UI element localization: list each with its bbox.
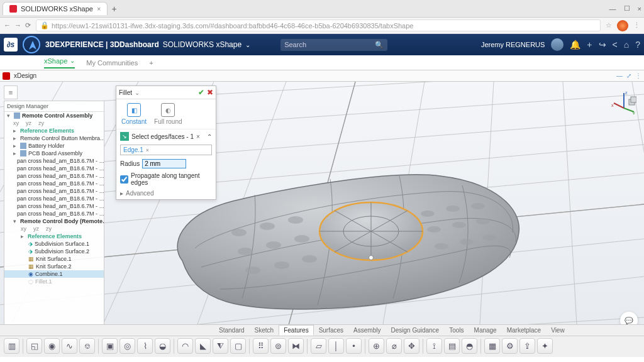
tool-new[interactable]: ▥ [4,338,19,354]
search-input[interactable]: Search 🔍 [280,39,387,51]
new-tab-button[interactable]: + [111,4,116,14]
tool-export[interactable]: ⇪ [519,338,535,354]
clear-selection-icon[interactable]: × [196,133,200,140]
compass-icon[interactable] [23,36,40,53]
ribbon-tab-tools[interactable]: Tools [444,325,469,336]
ds-logo[interactable]: ∂s [4,38,18,52]
tool-mirror[interactable]: ⧓ [288,338,304,354]
tab-favicon [9,5,17,13]
help-icon[interactable]: ? [635,40,640,50]
radius-label: Radius [120,160,140,167]
xdesign-label: xDesign [14,72,36,79]
tool-plane[interactable]: ▱ [311,338,326,354]
design-tree[interactable]: ▾Remote Control Assembly xy yz zy ▸Refer… [4,112,104,351]
chip-remove-icon[interactable]: × [146,147,149,153]
reload-icon[interactable]: ⟳ [25,21,31,30]
radius-input[interactable] [142,159,186,168]
fillet-dropdown-icon[interactable]: ⌄ [135,89,140,96]
confirm-button[interactable]: ✔ [198,88,204,97]
tool-revolve[interactable]: ◉ [44,338,60,354]
selected-edge-chip[interactable]: Edge.1× [120,145,212,155]
svg-rect-55 [631,97,636,102]
user-avatar[interactable] [551,38,564,51]
minimize-panel-icon[interactable]: — [616,72,623,79]
close-tab-icon[interactable]: × [97,5,101,13]
ribbon-tab-marketplace[interactable]: Marketplace [502,325,546,336]
ribbon-tab-view[interactable]: View [546,325,570,336]
tool-fillet[interactable]: ◠ [177,338,193,354]
tab-add[interactable]: + [149,59,153,67]
tool-cut-revolve[interactable]: ◎ [119,338,135,354]
tab-my-communities[interactable]: My Communities [86,59,138,67]
ribbon-tab-sketch[interactable]: Sketch [250,325,279,336]
app-name: SOLIDWORKS xShape [163,40,242,49]
tool-extrude[interactable]: ◱ [26,338,42,354]
url-input[interactable]: 🔒 https://euw1-21swi10131-ifwe.3dx-stagi… [36,19,601,31]
tool-cut-extrude[interactable]: ▣ [102,338,118,354]
home-icon[interactable]: ⌂ [624,40,629,50]
tool-appearance[interactable]: ◓ [462,338,477,354]
ribbon-tab-strip: Standard Sketch Features Surfaces Assemb… [0,325,644,336]
grip-icon[interactable]: ⋮ [635,72,641,79]
tool-shell[interactable]: ▢ [230,338,246,354]
tool-axis[interactable]: │ [328,338,344,354]
share-pane-icon[interactable]: ↪ [599,40,606,50]
tool-point[interactable]: • [346,338,362,354]
ribbon-tab-assembly[interactable]: Assembly [348,325,386,336]
ribbon-tab-standard[interactable]: Standard [214,325,250,336]
tool-loft[interactable]: ⎊ [79,338,95,354]
tool-move[interactable]: ✥ [404,338,419,354]
tab-title: SOLIDWORKS xShape [21,5,93,13]
ribbon-tab-features[interactable]: Features [279,325,313,336]
tool-cut-sweep[interactable]: ⌇ [137,338,153,354]
tool-material[interactable]: ▦ [484,338,500,354]
tool-circular-pattern[interactable]: ⊚ [270,338,286,354]
tool-chamfer[interactable]: ◣ [195,338,211,354]
viewport[interactable]: ≡ Design Manager ▾Remote Control Assembl… [0,82,644,357]
tool-hole[interactable]: ◒ [155,338,170,354]
expand-panel-icon[interactable]: ⤢ [626,72,631,79]
tool-linear-pattern[interactable]: ⠿ [253,338,269,354]
tool-section[interactable]: ▤ [444,338,460,354]
tool-properties[interactable]: ⚙ [502,338,518,354]
tool-draft[interactable]: ⧨ [213,338,228,354]
ribbon-tab-design-guidance[interactable]: Design Guidance [386,325,444,336]
close-window-icon[interactable]: × [638,5,641,13]
tool-sweep[interactable]: ∿ [62,338,77,354]
tool-measure[interactable]: ⟟ [426,338,442,354]
fillet-selection-header[interactable]: ↘ Select edges/faces - 1 × ⌃ [116,129,216,143]
advanced-toggle[interactable]: ▸Advanced [116,187,216,199]
fillet-type-constant[interactable]: ◧ Constant [121,103,147,125]
cancel-button[interactable]: ✖ [207,88,213,97]
tree-item-combine[interactable]: ◉Combine.1 [4,270,104,278]
minimize-icon[interactable]: — [609,5,616,13]
add-icon[interactable]: + [587,40,592,50]
browser-menu-icon[interactable]: ⋮ [633,21,640,30]
tool-split[interactable]: ⌀ [386,338,402,354]
ribbon-tab-surfaces[interactable]: Surfaces [314,325,348,336]
svg-point-27 [294,235,309,243]
svg-point-36 [476,218,490,224]
tab-xshape[interactable]: xShape⌄ [44,57,75,69]
app-switcher-icon[interactable]: ⌄ [245,41,250,48]
maximize-icon[interactable]: ☐ [624,4,630,13]
feature-toolbar: ▥ ◱ ◉ ∿ ⎊ ▣ ◎ ⌇ ◒ ◠ ◣ ⧨ ▢ ⠿ ⊚ ⧓ ▱ │ • ⊕ [0,336,644,357]
browser-tab[interactable]: SOLIDWORKS xShape × [3,2,108,15]
tool-render[interactable]: ✦ [537,338,553,354]
view-triad[interactable]: z x y [611,89,636,114]
design-manager-toggle[interactable]: ≡ [4,85,18,99]
profile-avatar-icon[interactable] [617,20,628,31]
bookmark-icon[interactable]: ☆ [606,21,612,30]
tool-combine[interactable]: ⊕ [369,338,384,354]
share-icon[interactable]: < [613,40,618,50]
nav-back-icon[interactable]: ← [4,21,11,30]
notifications-icon[interactable]: 🔔 [570,40,580,50]
nav-forward-icon[interactable]: → [14,21,21,30]
propagate-checkbox[interactable] [120,175,128,184]
ribbon-tab-manage[interactable]: Manage [469,325,502,336]
user-name[interactable]: Jeremy REGNERUS [481,41,545,48]
selection-badge-icon: ↘ [120,132,129,141]
xdesign-icon [3,72,10,80]
fillet-type-full-round[interactable]: ◐ Full round [154,103,182,125]
collapse-selection-icon[interactable]: ⌃ [207,133,212,140]
